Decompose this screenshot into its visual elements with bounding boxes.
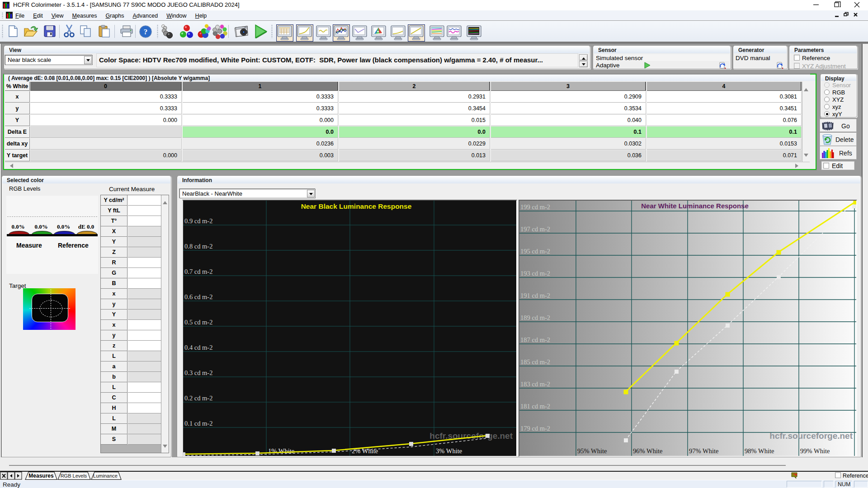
svg-text:0.9 cd m-2: 0.9 cd m-2: [184, 217, 212, 225]
svg-text:197 cd m-2: 197 cd m-2: [520, 225, 550, 233]
svg-text:179 cd m-2: 179 cd m-2: [520, 425, 550, 432]
svg-text:183 cd m-2: 183 cd m-2: [520, 380, 550, 388]
svg-text:189 cd m-2: 189 cd m-2: [520, 314, 550, 321]
svg-text:0.1 cd m-2: 0.1 cd m-2: [184, 420, 212, 427]
svg-text:193 cd m-2: 193 cd m-2: [520, 270, 550, 277]
svg-text:95% White: 95% White: [577, 447, 607, 455]
svg-text:195 cd m-2: 195 cd m-2: [520, 248, 550, 255]
svg-text:0.2 cd m-2: 0.2 cd m-2: [184, 394, 212, 402]
svg-text:?: ?: [144, 28, 148, 36]
svg-text:0.3 cd m-2: 0.3 cd m-2: [184, 369, 212, 376]
svg-text:96% White: 96% White: [633, 447, 662, 455]
svg-text:199 cd m-2: 199 cd m-2: [520, 203, 550, 211]
svg-text:98% White: 98% White: [745, 447, 774, 455]
svg-text:191 cd m-2: 191 cd m-2: [520, 292, 550, 299]
svg-text:185 cd m-2: 185 cd m-2: [520, 358, 550, 366]
svg-text:0.5 cd m-2: 0.5 cd m-2: [184, 319, 212, 326]
svg-text:hcfr.sourceforge.net: hcfr.sourceforge.net: [769, 431, 853, 441]
svg-text:Luminance: Luminance: [93, 473, 118, 479]
svg-text:99% White: 99% White: [800, 447, 830, 455]
svg-text:0.6 cd m-2: 0.6 cd m-2: [184, 293, 212, 300]
svg-text:Near White Luminance Response: Near White Luminance Response: [641, 202, 749, 210]
svg-text:187 cd m-2: 187 cd m-2: [520, 336, 550, 343]
svg-text:Near Black Luminance Response: Near Black Luminance Response: [301, 202, 412, 210]
svg-text:0.8 cd m-2: 0.8 cd m-2: [184, 243, 212, 250]
svg-text:0.7 cd m-2: 0.7 cd m-2: [184, 268, 212, 275]
svg-text:RGB Levels: RGB Levels: [61, 473, 87, 479]
svg-text:hcfr.sourceforge.net: hcfr.sourceforge.net: [429, 431, 513, 441]
svg-text:181 cd m-2: 181 cd m-2: [520, 403, 550, 410]
svg-text:3% White: 3% White: [436, 447, 462, 455]
svg-text:0.4 cd m-2: 0.4 cd m-2: [184, 344, 212, 351]
svg-text:Measures: Measures: [28, 473, 54, 479]
svg-text:97% White: 97% White: [689, 447, 718, 455]
